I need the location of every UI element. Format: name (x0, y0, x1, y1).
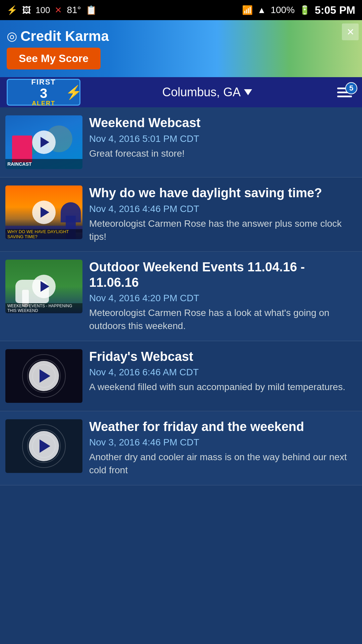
news-title: Why do we have daylight saving time? (89, 185, 357, 201)
ad-content: ◎ Credit Karma See My Score (7, 28, 109, 69)
logo-first-text: FIRST (31, 78, 56, 87)
image-icon: 🖼 (22, 5, 31, 15)
chevron-down-icon (244, 89, 252, 95)
battery-num-icon: 100 (36, 5, 50, 15)
news-content: Outdoor Weekend Events 11.04.16 - 11.06.… (89, 260, 357, 333)
battery-percent: 100% (270, 5, 295, 15)
news-item[interactable]: WHY DO WE HAVE DAYLIGHT SAVING TIME? Why… (0, 177, 362, 252)
wifi-icon: 📶 (242, 5, 253, 15)
station-logo: FIRST 3 ALERT ⚡ (7, 79, 80, 106)
clock: 5:05 PM (315, 4, 355, 16)
news-content: Weather for friday and the weekend Nov 3… (89, 419, 357, 477)
news-thumbnail: RAINCAST (5, 115, 82, 169)
notification-badge: 5 (345, 82, 357, 94)
menu-line-3 (337, 96, 352, 97)
credit-karma-icon: ◎ (7, 29, 17, 43)
see-my-score-button[interactable]: See My Score (7, 48, 101, 69)
location-selector[interactable]: Columbus, GA (162, 85, 252, 99)
news-title: Friday's Webcast (89, 349, 357, 365)
news-content: Why do we have daylight saving time? Nov… (89, 185, 357, 243)
nav-bar: FIRST 3 ALERT ⚡ Columbus, GA 5 (0, 77, 362, 107)
news-item[interactable]: WEEKEND EVENTS - HAPPENING THIS WEEKEND … (0, 252, 362, 341)
clipboard-icon: 📋 (86, 5, 97, 15)
news-title: Outdoor Weekend Events 11.04.16 - 11.06.… (89, 260, 357, 290)
status-right-icons: 📶 ▲ 100% 🔋 5:05 PM (242, 4, 355, 16)
logo-alert-text: ALERT (32, 100, 55, 107)
battery-icon: 🔋 (299, 5, 310, 15)
person-silhouette (12, 136, 32, 162)
news-thumbnail: WHY DO WE HAVE DAYLIGHT SAVING TIME? (5, 185, 82, 239)
logo-number: 3 (40, 87, 47, 100)
ad-logo: ◎ Credit Karma (7, 28, 109, 44)
status-left-icons: ⚡ 🖼 100 ✕ 81° 📋 (7, 5, 97, 15)
news-meta: Nov 4, 2016 5:01 PM CDT (89, 133, 357, 144)
weather-question-bar: WHY DO WE HAVE DAYLIGHT SAVING TIME? (5, 229, 82, 239)
news-meta: Nov 3, 2016 4:46 PM CDT (89, 437, 357, 448)
play-button[interactable] (32, 275, 56, 298)
news-description: Great forecast in store! (89, 147, 357, 160)
play-button[interactable] (32, 201, 56, 224)
location-text: Columbus, GA (162, 85, 241, 99)
news-title: Weather for friday and the weekend (89, 419, 357, 435)
weather-bar: RAINCAST (5, 159, 82, 169)
menu-button[interactable]: 5 (334, 84, 355, 101)
status-bar: ⚡ 🖼 100 ✕ 81° 📋 📶 ▲ 100% 🔋 5:05 PM (0, 0, 362, 20)
ad-close-button[interactable]: ✕ (342, 23, 359, 40)
temperature: 81° (67, 5, 81, 15)
ad-banner: ◎ Credit Karma See My Score ✕ (0, 20, 362, 77)
play-button[interactable] (32, 130, 56, 154)
lightning-icon: ⚡ (65, 85, 82, 100)
news-title: Weekend Webcast (89, 115, 357, 131)
news-item[interactable]: RAINCAST Weekend Webcast Nov 4, 2016 5:0… (0, 107, 362, 177)
credit-karma-name: Credit Karma (20, 28, 109, 44)
news-thumbnail (5, 419, 82, 473)
news-meta: Nov 4, 2016 6:46 AM CDT (89, 367, 357, 378)
news-meta: Nov 4, 2016 4:46 PM CDT (89, 204, 357, 214)
news-thumbnail (5, 349, 82, 403)
play-button[interactable] (29, 431, 59, 461)
x-icon: ✕ (55, 5, 62, 15)
news-content: Weekend Webcast Nov 4, 2016 5:01 PM CDT … (89, 115, 357, 160)
news-description: A weekend filled with sun accompanied by… (89, 380, 357, 393)
news-item[interactable]: Weather for friday and the weekend Nov 3… (0, 411, 362, 485)
news-description: Meteorologist Carmen Rose has a look at … (89, 306, 357, 332)
play-button[interactable] (29, 361, 59, 391)
signal-icon: ▲ (257, 5, 266, 15)
news-meta: Nov 4, 2016 4:20 PM CDT (89, 293, 357, 304)
news-description: Meteorologist Carmen Rose has the answer… (89, 217, 357, 243)
news-list: RAINCAST Weekend Webcast Nov 4, 2016 5:0… (0, 107, 362, 485)
news-thumbnail: WEEKEND EVENTS - HAPPENING THIS WEEKEND (5, 260, 82, 313)
news-description: Another dry and cooler air mass is on th… (89, 450, 357, 477)
news-content: Friday's Webcast Nov 4, 2016 6:46 AM CDT… (89, 349, 357, 394)
news-item[interactable]: Friday's Webcast Nov 4, 2016 6:46 AM CDT… (0, 341, 362, 411)
usb-icon: ⚡ (7, 5, 17, 15)
weekend-events-bar: WEEKEND EVENTS - HAPPENING THIS WEEKEND (5, 303, 82, 313)
